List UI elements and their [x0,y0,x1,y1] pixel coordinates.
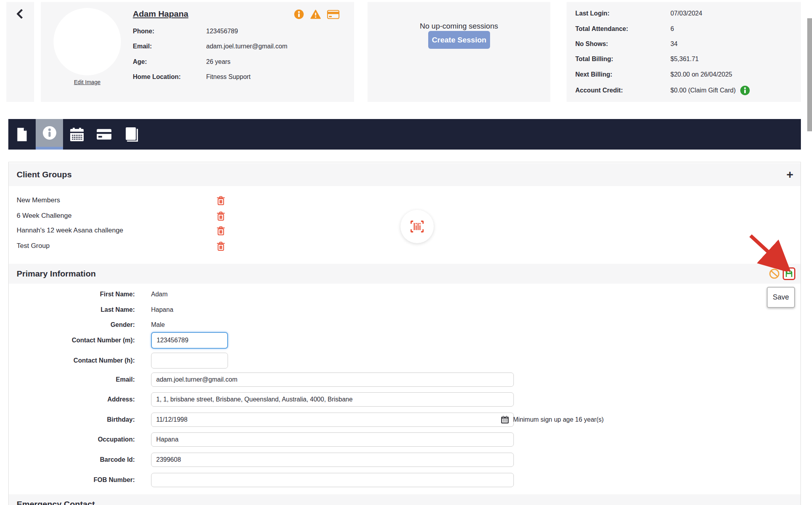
emergency-contact-title: Emergency Contact [17,499,95,505]
field-value: 123456789 [206,28,238,35]
group-row: Hannah's 12 week Asana challenge [17,225,123,236]
save-icon-highlight[interactable] [783,267,795,280]
form-row-first-name: First Name: Adam [9,289,801,300]
no-entry-icon[interactable] [769,269,779,279]
tab-info[interactable] [36,119,63,150]
save-tooltip: Save [767,287,795,308]
credit-card-icon [97,129,111,140]
form-value: Adam [151,291,168,298]
form-row-address: Address: [9,392,801,407]
warning-icon[interactable] [310,10,321,19]
stat-value: 6 [670,25,674,33]
form-row-occupation: Occupation: [9,432,801,447]
stat-label: Last Login: [575,10,670,17]
field-label: Home Location: [133,73,206,81]
tab-calendar[interactable] [63,119,90,150]
barcode-id-input[interactable] [151,453,514,467]
stat-row: Total Billing: $5,361.71 [575,54,699,64]
sessions-card: No up-coming sessions Create Session [368,2,550,102]
info-icon-green[interactable] [740,85,750,96]
stat-value: 07/03/2024 [670,10,702,17]
info-icon [42,126,57,140]
occupation-input[interactable] [151,432,514,447]
trash-icon[interactable] [216,241,226,252]
create-session-button[interactable]: Create Session [428,31,490,49]
form-value: Hapana [151,306,173,313]
form-label: First Name: [9,291,135,298]
field-label: Age: [133,58,206,65]
info-icon[interactable] [294,9,304,19]
form-label: Contact Number (h): [9,357,135,364]
stat-row: Last Login: 07/03/2024 [575,8,702,19]
email-input[interactable] [151,373,514,387]
form-label: Gender: [9,321,135,328]
stat-value: $20.00 on 26/04/2025 [670,71,732,78]
calendar-icon[interactable] [501,416,509,424]
stat-label: Total Attendance: [575,25,670,33]
form-row-contact-mobile: Contact Number (m): [9,332,801,349]
client-alert-icons [294,9,339,19]
contact-number-h-input[interactable] [151,353,228,369]
profile-field-row: Home Location: Fitness Support [133,72,251,82]
tab-billing[interactable] [90,119,118,150]
form-row-barcode-id: Barcode Id: [9,453,801,467]
form-value: Male [151,321,165,328]
form-label: Address: [9,396,135,403]
back-icon[interactable] [16,9,26,19]
stat-label: Account Credit: [575,87,670,94]
form-row-email: Email: [9,373,801,387]
contact-number-m-input[interactable] [151,332,228,349]
form-label: Birthday: [9,416,135,423]
barcode-scan-icon [409,220,425,233]
fob-number-input[interactable] [151,473,514,487]
primary-information-title: Primary Information [17,269,96,278]
client-tab-bar [8,119,801,150]
client-info-panel: Client Groups + New Members 6 Week Chall… [8,162,801,505]
field-label: Email: [133,43,206,50]
client-name[interactable]: Adam Hapana [133,9,188,19]
stat-value: 34 [670,40,678,48]
form-row-birthday: Birthday: Minimum sign up age 16 year(s) [9,413,801,427]
stat-label: No Shows: [575,40,670,48]
group-name: New Members [17,196,60,204]
book-icon [125,127,138,142]
account-credit-value[interactable]: $0.00 (Claim Gift Card) [670,87,736,94]
address-input[interactable] [151,392,514,407]
stat-label: Next Billing: [575,71,670,78]
profile-card: Edit Image Adam Hapana Phone: 123456789 … [41,2,354,102]
form-row-contact-home: Contact Number (h): [9,353,801,369]
birthday-input[interactable] [151,413,514,427]
tab-notes[interactable] [118,119,145,150]
stat-row: Next Billing: $20.00 on 26/04/2025 [575,69,732,80]
profile-field-row: Phone: 123456789 [133,26,238,36]
stat-row: Total Attendance: 6 [575,24,674,34]
trash-icon[interactable] [216,226,226,236]
edit-image-link[interactable]: Edit Image [54,79,121,85]
profile-field-row: Email: adam.joel.turner@gmail.com [133,41,287,52]
group-row: Test Group [17,240,50,252]
primary-information-header: Primary Information [9,264,801,284]
form-row-gender: Gender: Male [9,320,801,330]
field-value: 26 years [206,58,230,65]
add-group-button[interactable]: + [786,169,793,180]
credit-card-icon[interactable] [327,10,339,19]
back-card [6,2,34,102]
stat-label: Total Billing: [575,56,670,63]
tab-documents[interactable] [8,119,36,150]
group-row: 6 Week Challenge [17,210,72,221]
save-tooltip-label: Save [773,293,789,301]
scrollbar-thumb[interactable] [807,18,812,131]
birthday-note: Minimum sign up age 16 year(s) [513,416,604,423]
stat-row: Account Credit: $0.00 (Claim Gift Card) [575,85,750,96]
barcode-scan-button[interactable] [400,210,434,243]
no-sessions-message: No up-coming sessions [368,22,550,31]
avatar [54,8,121,75]
trash-icon[interactable] [216,211,226,221]
field-label: Phone: [133,28,206,35]
stat-row: No Shows: 34 [575,39,678,49]
group-name: 6 Week Challenge [17,212,72,220]
trash-icon[interactable] [216,196,226,206]
form-label: Email: [9,376,135,383]
form-label: Occupation: [9,436,135,443]
calendar-icon [70,128,84,141]
